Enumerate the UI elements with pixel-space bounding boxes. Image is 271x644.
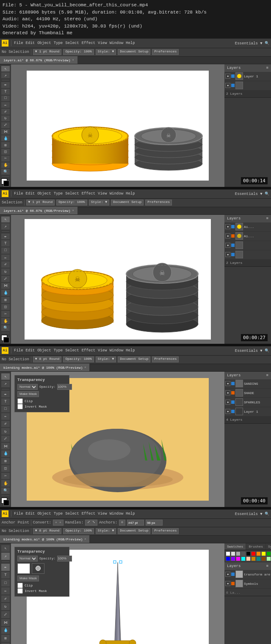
transp-makemask-btn-4[interactable]: Make Mask (17, 575, 39, 581)
handles-btn-4[interactable]: ⤢ ⤡ (85, 520, 97, 526)
menu-help-3[interactable]: Help (126, 348, 135, 353)
menu-effect-4[interactable]: Effect (82, 512, 95, 516)
swatch-yellow[interactable] (261, 551, 266, 556)
tool-direct-1[interactable]: ↗ (1, 72, 10, 78)
menu-file-2[interactable]: File (14, 192, 23, 196)
tool-ms-2[interactable]: ⊞ (1, 297, 10, 303)
eye-4a[interactable]: ● (225, 572, 230, 577)
menu-select-3[interactable]: Select (65, 348, 79, 353)
tool-selection-1[interactable]: ↖ (1, 66, 10, 72)
tool-bl-2[interactable]: ⋈ (1, 283, 10, 289)
transp-clip-check-3[interactable] (17, 398, 23, 404)
menu-file-4[interactable]: File (14, 512, 23, 516)
tool-sel-3[interactable]: ↖ (1, 373, 10, 380)
menu-view-4[interactable]: View (98, 512, 107, 516)
prefs-btn-2[interactable]: Preferences (145, 200, 172, 206)
tool-bl-4[interactable]: ⋈ (1, 619, 10, 626)
tool-hand-1[interactable]: ✋ (1, 162, 10, 168)
menu-type-2[interactable]: Type (54, 192, 63, 196)
doc-tab-2[interactable]: layers.ai* @ 66.67% (RGB/Preview) × (0, 207, 78, 214)
layer-eye-1b[interactable]: ● (225, 83, 230, 88)
tool-scale-1[interactable]: ⤢ (1, 122, 10, 128)
layer-row-4a[interactable]: ● transform area (224, 570, 271, 579)
menu-window-3[interactable]: Window (110, 348, 123, 353)
menu-effect-3[interactable]: Effect (82, 348, 95, 353)
tool-sx-2[interactable]: ✂ (1, 311, 10, 317)
doc-tab-4[interactable]: blending modes.ai* @ 100% (RGB/Preview) … (0, 535, 90, 543)
menu-object-2[interactable]: Object (37, 192, 51, 196)
menu-window-2[interactable]: Window (110, 192, 123, 196)
tool-rot-2[interactable]: ↻ (1, 269, 10, 275)
menu-effect-1[interactable]: Effect (82, 41, 95, 45)
tool-rot-4[interactable]: ↻ (1, 603, 10, 610)
tool-pen-4[interactable]: ✒ (1, 564, 10, 571)
tool-dir-3[interactable]: ↗ (1, 381, 10, 387)
tool-txt-4[interactable]: T (1, 572, 10, 579)
y-coord-4[interactable] (146, 520, 163, 526)
tool-hnd-3[interactable]: ✋ (1, 480, 10, 487)
menu-file-3[interactable]: File (14, 348, 23, 353)
swatch-black[interactable] (246, 551, 251, 556)
tool-mesh-1[interactable]: ⊞ (1, 142, 10, 148)
tool-zm-2[interactable]: 🔍 (1, 325, 10, 332)
swatch-orange[interactable] (256, 551, 261, 556)
layer-row-1b[interactable]: ● (224, 81, 271, 90)
tab-close-2[interactable]: × (72, 209, 74, 212)
tool-txt-2[interactable]: T (1, 240, 10, 247)
menu-type-1[interactable]: Type (54, 41, 63, 45)
tool-hnd-2[interactable]: ✋ (1, 318, 10, 324)
swatch-gray[interactable] (236, 551, 241, 556)
swatch-white[interactable] (226, 551, 230, 556)
layer-row-3d[interactable]: ● Layer 1 (224, 407, 271, 417)
layer-row-4b[interactable]: ● Symbols (224, 579, 271, 589)
tool-pc-3[interactable]: ✐ (1, 421, 10, 428)
menu-file-1[interactable]: File (14, 41, 23, 45)
swatch-blue[interactable] (226, 556, 230, 561)
opacity-btn-2[interactable]: Opacity: 100% (56, 200, 87, 206)
eye-2d[interactable]: ● (225, 252, 230, 257)
tool-sc-4[interactable]: ⤢ (1, 611, 10, 618)
stroke-btn-1[interactable]: ▼ 1 pt Round (33, 49, 62, 55)
menu-select-1[interactable]: Select (65, 41, 79, 45)
tool-rotate-1[interactable]: ↻ (1, 115, 10, 121)
layer-row-1a[interactable]: ● Layer 1 (224, 72, 271, 81)
opacity-btn-4[interactable]: Opacity: 100% (63, 528, 94, 534)
tool-paintbrush-1[interactable]: ✏ (1, 102, 10, 108)
prefs-btn-3[interactable]: Preferences (152, 356, 179, 362)
tool-pb-2[interactable]: ✏ (1, 255, 10, 261)
convert-btn-4[interactable]: ⬦ ⬦ (53, 520, 64, 526)
transp-invert-check-4[interactable] (17, 588, 23, 594)
menu-help-1[interactable]: Help (126, 41, 135, 45)
tool-pen-3[interactable]: ✒ (1, 391, 10, 397)
tool-ed-3[interactable]: 💧 (1, 450, 10, 457)
tool-gr-2[interactable]: ◫ (1, 304, 10, 310)
tool-text-1[interactable]: T (1, 89, 10, 95)
layer-row-3c[interactable]: ● SPARKLES (224, 398, 271, 407)
tool-rot-3[interactable]: ↻ (1, 428, 10, 435)
style-btn-4[interactable]: Style: ▼ (96, 528, 116, 534)
opacity-btn-3[interactable]: Opacity: 100% (63, 356, 94, 362)
tool-gr-3[interactable]: ◫ (1, 465, 10, 472)
menu-edit-1[interactable]: Edit (26, 41, 35, 45)
tab-close-1[interactable]: × (72, 58, 74, 62)
layer-row-2b[interactable]: ● Ai... (224, 232, 271, 241)
stroke-btn-2[interactable]: ▼ 1 pt Round (26, 200, 55, 206)
eye-4b[interactable]: ● (225, 581, 230, 586)
menu-help-2[interactable]: Help (126, 192, 135, 196)
layer-row-2c[interactable]: ● (224, 241, 271, 250)
menu-object-3[interactable]: Object (37, 348, 51, 353)
layers-menu-2[interactable]: ≡ (266, 216, 268, 221)
tool-ms-3[interactable]: ⊞ (1, 458, 10, 465)
menu-select-2[interactable]: Select (65, 192, 79, 196)
transp-opacity-input-3[interactable] (57, 384, 72, 390)
tool-sc-3[interactable]: ⤢ (1, 436, 10, 442)
transp-opacity-input-4[interactable] (57, 556, 72, 562)
menu-view-3[interactable]: View (98, 348, 107, 353)
docsetup-btn-1[interactable]: Document Setup (118, 49, 150, 55)
tool-dir-2[interactable]: ↗ (1, 223, 10, 230)
tool-bl-3[interactable]: ⋈ (1, 443, 10, 449)
stroke-btn-4[interactable]: ▼ 8 pt Round (33, 528, 62, 534)
swatch-magenta[interactable] (236, 556, 241, 561)
swatch-purple[interactable] (231, 556, 235, 561)
layer-eye-1a[interactable]: ● (225, 74, 230, 79)
